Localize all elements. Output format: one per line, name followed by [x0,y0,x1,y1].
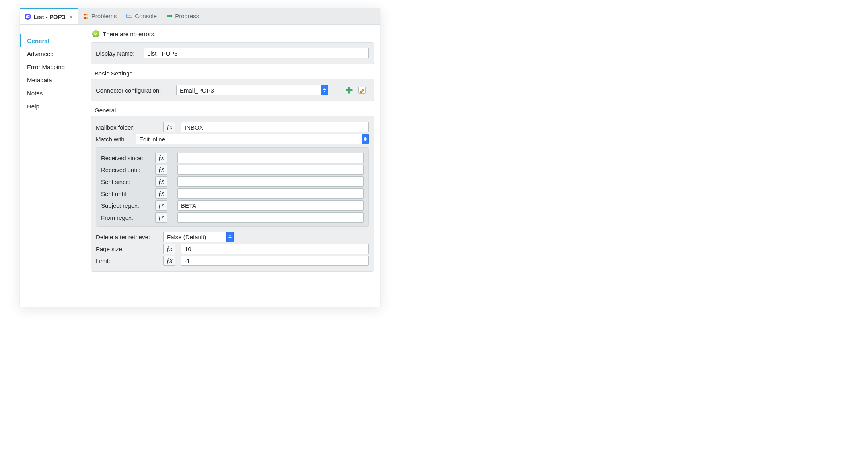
connector-config-value: Email_POP3 [176,85,328,95]
sent-since-input[interactable] [177,176,364,187]
tab-console[interactable]: Console [121,8,162,24]
sidebar-item-label: Advanced [27,50,54,57]
from-regex-label: From regex: [101,214,151,221]
tabbar: List - POP3 × Problems Console Progress [20,8,380,25]
status-message: There are no errors. [103,31,156,37]
tab-label: Console [135,13,157,19]
add-config-button[interactable] [345,86,354,95]
mailbox-folder-label: Mailbox folder: [96,124,160,131]
fx-button-limit[interactable]: ƒx [163,256,175,266]
basic-settings-title: Basic Settings [95,70,374,77]
edit-config-button[interactable] [358,86,366,95]
tab-label: Problems [91,13,117,19]
fx-button-subject-regex[interactable]: ƒx [155,200,167,211]
fx-button-page-size[interactable]: ƒx [163,244,175,254]
check-circle-icon [92,30,99,37]
sidebar-item-notes[interactable]: Notes [20,87,86,100]
display-name-panel: Display Name: [91,42,374,64]
sidebar-item-label: Metadata [27,77,52,83]
sent-until-input[interactable] [177,188,364,199]
page-size-label: Page size: [96,246,160,252]
tab-label: List - POP3 [33,14,65,20]
received-until-input[interactable] [177,165,364,175]
sent-until-label: Sent until: [101,190,151,197]
sidebar-item-label: Notes [27,90,43,97]
sidebar-item-metadata[interactable]: Metadata [20,74,86,87]
tab-progress[interactable]: Progress [162,8,204,24]
sidebar-item-label: General [27,37,49,44]
received-since-input[interactable] [177,153,364,163]
fx-button-sent-since[interactable]: ƒx [155,176,167,187]
svg-rect-5 [127,14,132,18]
status-row: There are no errors. [92,30,374,37]
limit-label: Limit: [96,257,160,264]
match-with-select[interactable]: Edit inline [136,134,369,144]
sidebar-item-general[interactable]: General [20,34,86,47]
mailbox-folder-input[interactable] [181,122,369,132]
fx-button-received-until[interactable]: ƒx [155,165,167,175]
display-name-input[interactable] [144,48,369,58]
svg-rect-3 [84,17,86,19]
sidebar-item-help[interactable]: Help [20,100,86,113]
general-title: General [95,107,374,114]
svg-rect-4 [86,17,88,19]
match-with-label: Match with [96,136,132,143]
sent-since-label: Sent since: [101,178,151,185]
svg-rect-9 [346,89,352,91]
fx-button-sent-until[interactable]: ƒx [155,188,167,199]
sidebar-item-advanced[interactable]: Advanced [20,47,86,60]
delete-after-retrieve-label: Delete after retrieve: [96,234,160,240]
sidebar-item-label: Error Mapping [27,64,65,70]
svg-point-2 [86,14,88,15]
main-panel: There are no errors. Display Name: Basic… [86,25,380,307]
tab-problems[interactable]: Problems [78,8,121,24]
received-since-label: Received since: [101,155,151,161]
problems-icon [83,13,89,19]
svg-rect-7 [167,15,171,17]
fx-button-from-regex[interactable]: ƒx [155,212,167,223]
fx-button-received-since[interactable]: ƒx [155,153,167,163]
mail-icon [25,14,31,20]
general-panel: Mailbox folder: ƒx Match with Edit inlin… [91,116,374,272]
close-icon[interactable]: × [68,14,73,20]
connector-config-select[interactable]: Email_POP3 [176,85,328,95]
sidebar-item-error-mapping[interactable]: Error Mapping [20,60,86,74]
delete-after-retrieve-select[interactable]: False (Default) [163,232,234,242]
fx-button-mailbox[interactable]: ƒx [163,122,175,132]
basic-settings-panel: Connector configuration: Email_POP3 [91,79,374,101]
sidebar-item-label: Help [27,103,39,110]
page-size-input[interactable] [181,244,369,254]
sidebar: General Advanced Error Mapping Metadata … [20,25,86,307]
progress-icon [166,13,173,19]
console-icon [126,13,132,19]
subject-regex-input[interactable] [177,200,364,211]
tab-list-pop3[interactable]: List - POP3 × [20,8,78,24]
tab-label: Progress [175,13,199,19]
match-with-value: Edit inline [136,134,369,144]
connector-config-label: Connector configuration: [96,87,172,94]
from-regex-input[interactable] [177,212,364,223]
received-until-label: Received until: [101,166,151,173]
svg-point-1 [84,14,86,15]
editor-window: List - POP3 × Problems Console Progress … [20,8,380,307]
svg-rect-0 [26,15,30,18]
display-name-label: Display Name: [96,50,140,57]
delete-after-retrieve-value: False (Default) [163,232,234,242]
match-subpanel: Received since: ƒx Received until: ƒx Se… [96,147,369,227]
subject-regex-label: Subject regex: [101,202,151,209]
svg-rect-6 [127,15,131,16]
limit-input[interactable] [181,256,369,266]
